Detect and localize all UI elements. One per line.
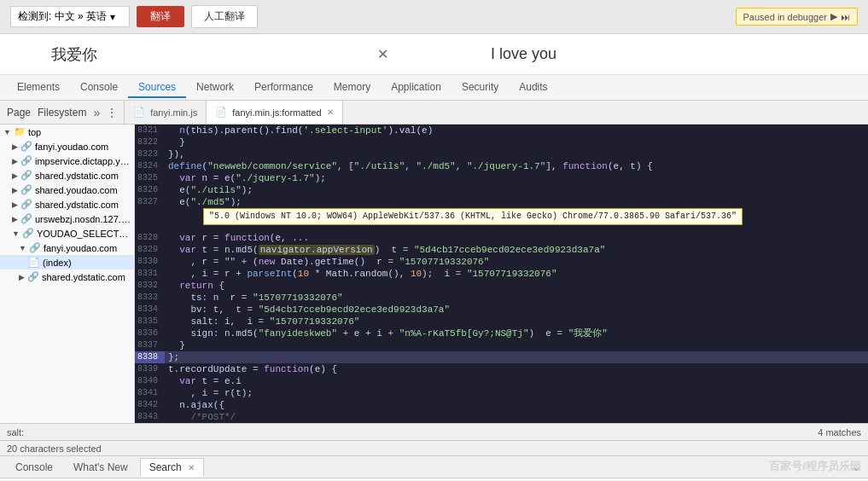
domain-icon: 🔗 (20, 141, 32, 152)
sidebar-item-top[interactable]: ▼ 📁 top (0, 125, 134, 139)
code-line: 8341 , i = r(t); (135, 387, 868, 399)
file-tab-2[interactable]: 📄 fanyi.min.js:formatted ✕ (207, 101, 343, 124)
close-search-tab[interactable]: ✕ (188, 463, 195, 472)
sidebar: ▼ 📁 top ▶ 🔗 fanyi.youdao.com ▶ 🔗 impserv… (0, 125, 135, 423)
target-text: I love you (457, 45, 817, 63)
code-line-highlighted: 8338 }; (135, 351, 868, 363)
file-tab-1[interactable]: 📄 fanyi.min.js (125, 101, 207, 124)
code-line: 8343 /*POST*/ (135, 411, 868, 423)
more-button[interactable]: » (93, 106, 100, 119)
arrow-icon: ▶ (19, 273, 25, 281)
lang-select[interactable]: 检测到: 中文 » 英语 ▾ (10, 6, 130, 27)
sidebar-label: shared.ydstatic.com (35, 200, 119, 210)
source-text: 我爱你 (51, 44, 377, 65)
bottom-tab-whats-new[interactable]: What's New (65, 459, 137, 476)
code-editor[interactable]: 8321 n(this).parent().find('.select-inpu… (135, 125, 868, 423)
file-tabs-row: Page Filesystem » ⋮ 📄 fanyi.min.js 📄 fan… (0, 101, 868, 125)
chevron-up-icon[interactable]: ⌄ (852, 461, 861, 473)
tab-network[interactable]: Network (186, 78, 244, 98)
translate-button[interactable]: 翻译 (137, 6, 184, 27)
code-line: 8339 t.recordUpdate = function(e) { (135, 363, 868, 375)
code-line: 8324 define("newweb/common/service", [".… (135, 160, 868, 172)
sidebar-label: shared.youdao.com (35, 185, 118, 195)
code-line: 8330 , r = "" + (new Date).getTime() r =… (135, 256, 868, 268)
bottom-tab-console[interactable]: Console (7, 459, 61, 476)
arrow-icon: ▶ (12, 215, 18, 223)
code-line: 8334 bv: t, t = "5d4cb17cceb9ecd02ece3ed… (135, 304, 868, 316)
manual-translate-button[interactable]: 人工翻译 (191, 5, 258, 28)
tab-sources[interactable]: Sources (128, 78, 186, 98)
lang-label: 检测到: 中文 » 英语 (18, 9, 107, 24)
folder-icon: 📁 (14, 126, 26, 137)
code-line: 8325 var n = e("./jquery-1.7"); (135, 172, 868, 184)
code-line: 8342 n.ajax({ (135, 399, 868, 411)
sidebar-item-youdao-selector[interactable]: ▼ 🔗 YOUDAO_SELECTOR_IFR (0, 226, 134, 240)
file-tab-1-label: fanyi.min.js (150, 107, 197, 118)
domain-icon: 🔗 (20, 213, 32, 224)
bottom-tabs: Console What's New Search ✕ ⌄ (0, 456, 868, 478)
selected-text-bar: 20 characters selected (0, 440, 868, 455)
code-line: 8332 return { (135, 280, 868, 292)
sidebar-label: fanyi.youdao.com (44, 243, 117, 253)
arrow-icon: ▶ (12, 142, 18, 151)
devtools-tabs: Elements Console Sources Network Perform… (0, 75, 868, 101)
sidebar-label: shared.ydstatic.com (35, 171, 119, 181)
code-line: 8321 n(this).parent().find('.select-inpu… (135, 125, 868, 136)
code-line: 8333 ts: n r = "15707719332076" (135, 292, 868, 304)
page-label[interactable]: Page (7, 107, 31, 119)
filesystem-label[interactable]: Filesystem (38, 107, 86, 119)
sidebar-label: shared.ydstatic.com (42, 272, 125, 282)
sidebar-item-shared1[interactable]: ▶ 🔗 shared.ydstatic.com (0, 168, 134, 183)
domain-icon: 🔗 (20, 155, 32, 166)
debugger-badge: Paused in debugger ▶ ⏭ (736, 8, 858, 26)
close-translation-button[interactable]: ✕ (377, 46, 388, 62)
sidebar-item-fanyi2[interactable]: ▼ 🔗 fanyi.youdao.com (0, 240, 134, 255)
file-icon: 📄 (28, 257, 40, 268)
tab-performance[interactable]: Performance (244, 78, 323, 98)
domain-icon: 🔗 (20, 199, 32, 210)
domain-icon: 🔗 (27, 271, 39, 282)
sidebar-item-index[interactable]: 📄 (index) (0, 255, 134, 269)
bottom-tab-search[interactable]: Search ✕ (140, 458, 204, 477)
tooltip: "5.0 (Windows NT 10.0; WOW64) AppleWebKi… (203, 208, 743, 225)
sidebar-item-shared2[interactable]: ▶ 🔗 shared.ydstatic.com (0, 197, 134, 212)
sidebar-item-youdao[interactable]: ▶ 🔗 shared.youdao.com (0, 183, 134, 197)
code-line: 8322 } (135, 136, 868, 148)
file-icon-2: 📄 (215, 107, 227, 118)
file-icon-1: 📄 (133, 107, 145, 118)
arrow-icon: ▶ (12, 200, 18, 209)
tab-application[interactable]: Application (381, 78, 451, 98)
arrow-icon: ▼ (12, 229, 20, 238)
domain-icon: 🔗 (20, 184, 32, 195)
tab-security[interactable]: Security (451, 78, 509, 98)
sidebar-label: (index) (43, 258, 72, 268)
sidebar-top-label: top (28, 127, 41, 137)
arrow-icon: ▶ (12, 157, 18, 165)
play-icon: ▶ (830, 11, 837, 22)
kebab-icon[interactable]: ⋮ (107, 107, 117, 119)
code-line: 8336 sign: n.md5("fanyideskweb" + e + i … (135, 327, 868, 339)
tab-memory[interactable]: Memory (323, 78, 381, 98)
sidebar-item-urswebzj[interactable]: ▶ 🔗 urswebzj.nosdn.127.net (0, 212, 134, 226)
highlight-appversion: navigator.appVersion (259, 245, 375, 255)
tab-audits[interactable]: Audits (509, 78, 557, 98)
arrow-icon: ▶ (12, 186, 18, 194)
file-tab-2-label: fanyi.min.js:formatted (232, 107, 322, 118)
sidebar-item-fanyi1[interactable]: ▶ 🔗 fanyi.youdao.com (0, 139, 134, 154)
selected-text-label: 20 characters selected (7, 443, 102, 454)
tab-elements[interactable]: Elements (7, 78, 70, 98)
sidebar-label: YOUDAO_SELECTOR_IFR (37, 229, 131, 239)
close-tab-2[interactable]: ✕ (327, 107, 334, 117)
translation-result: 我爱你 ✕ I love you (0, 34, 868, 75)
sidebar-item-shared3[interactable]: ▶ 🔗 shared.ydstatic.com (0, 269, 134, 284)
sidebar-label: fanyi.youdao.com (35, 142, 108, 152)
bottom-panel: Console What's New Search ✕ ⌄ Aa .* ↻ ⊘ … (0, 455, 868, 481)
code-line: 8329 var t = n.md5(navigator.appVersion)… (135, 244, 868, 256)
arrow-icon: ▼ (19, 244, 26, 252)
code-line: 8326 e("./utils"); (135, 184, 868, 196)
sidebar-item-impservice[interactable]: ▶ 🔗 impservice.dictapp.youd (0, 154, 134, 168)
tab-console[interactable]: Console (70, 78, 128, 98)
code-line: 8328 var r = function(e, ... (135, 232, 868, 244)
code-line: 8340 var t = e.i (135, 375, 868, 387)
domain-icon: 🔗 (22, 228, 34, 239)
